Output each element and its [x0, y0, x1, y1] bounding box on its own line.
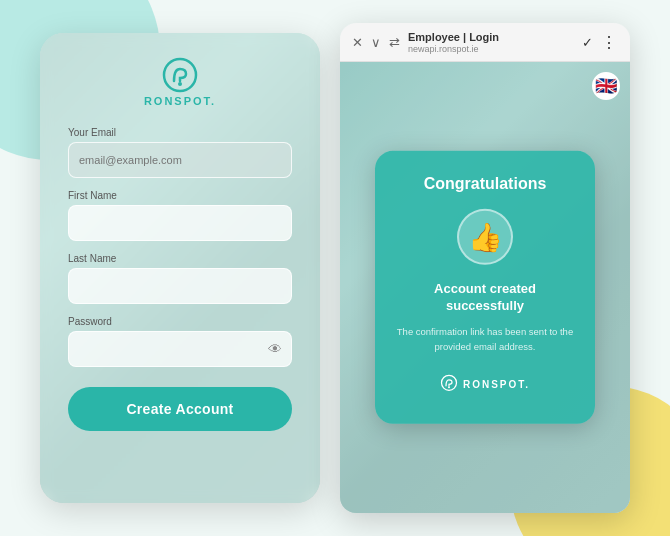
success-ronspot-logo-icon [440, 374, 458, 396]
card-content: RONSPOT. Your Email First Name Last Name… [40, 33, 320, 503]
browser-page-title: Employee | Login [408, 31, 574, 44]
password-input-wrapper: 👁 [68, 331, 292, 367]
password-input[interactable] [68, 331, 292, 367]
email-label: Your Email [68, 127, 292, 138]
logo-area: RONSPOT. [144, 57, 216, 107]
browser-title-area: Employee | Login newapi.ronspot.ie [408, 31, 574, 55]
expand-icon[interactable]: ∨ [371, 35, 381, 50]
thumbs-up-circle: 👍 [457, 209, 513, 265]
email-group: Your Email [68, 127, 292, 178]
thumbs-up-icon: 👍 [468, 221, 503, 254]
password-label: Password [68, 316, 292, 327]
registration-card: RONSPOT. Your Email First Name Last Name… [40, 33, 320, 503]
lastname-group: Last Name [68, 253, 292, 304]
settings-icon[interactable]: ⇄ [389, 35, 400, 50]
success-logo-text: RONSPOT. [463, 379, 530, 390]
create-account-button[interactable]: Create Account [68, 387, 292, 431]
browser-menu-icon[interactable]: ⋮ [601, 35, 618, 51]
confirmation-text: The confirmation link has been sent to t… [395, 325, 575, 354]
language-flag[interactable]: 🇬🇧 [592, 72, 620, 100]
ronspot-logo-icon [162, 57, 198, 93]
lastname-input[interactable] [68, 268, 292, 304]
firstname-group: First Name [68, 190, 292, 241]
logo-text: RONSPOT. [144, 95, 216, 107]
toggle-password-icon[interactable]: 👁 [268, 341, 282, 357]
svg-point-0 [164, 59, 196, 91]
success-card: Congratulations 👍 Account created succes… [375, 151, 595, 423]
browser-card: ✕ ∨ ⇄ Employee | Login newapi.ronspot.ie… [340, 23, 630, 513]
email-input[interactable] [68, 142, 292, 178]
firstname-input[interactable] [68, 205, 292, 241]
congratulations-title: Congratulations [424, 175, 547, 193]
success-logo: RONSPOT. [440, 374, 530, 396]
password-group: Password 👁 [68, 316, 292, 367]
main-container: RONSPOT. Your Email First Name Last Name… [40, 23, 630, 513]
browser-chrome: ✕ ∨ ⇄ Employee | Login newapi.ronspot.ie… [340, 23, 630, 62]
close-icon[interactable]: ✕ [352, 35, 363, 50]
account-created-text: Account created successfully [395, 281, 575, 315]
browser-check-icon[interactable]: ✓ [582, 35, 593, 50]
flag-icon: 🇬🇧 [595, 75, 617, 97]
browser-body: 🇬🇧 Congratulations 👍 Account created suc… [340, 62, 630, 513]
firstname-label: First Name [68, 190, 292, 201]
browser-url: newapi.ronspot.ie [408, 44, 574, 55]
lastname-label: Last Name [68, 253, 292, 264]
svg-point-3 [448, 386, 450, 388]
svg-point-1 [178, 82, 182, 86]
